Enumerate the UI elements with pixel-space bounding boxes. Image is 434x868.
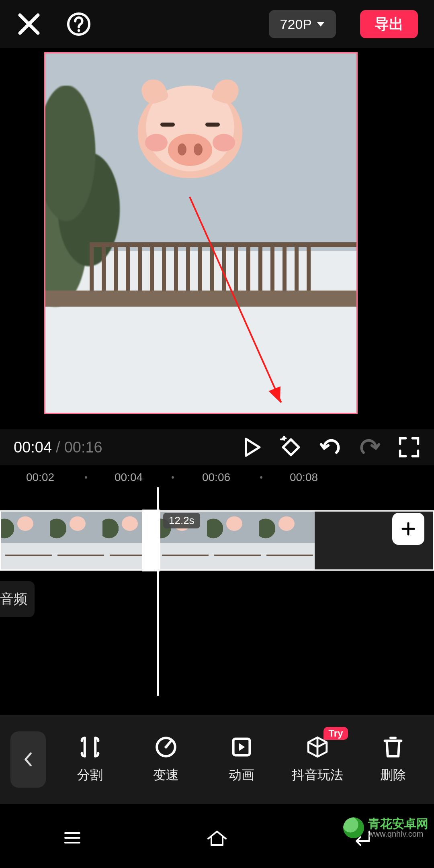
resolution-selector[interactable]: 720P [269,10,336,38]
play-button[interactable] [240,436,263,459]
watermark: 青花安卓网 www.qnhlv.com [343,817,428,839]
ruler-tick: 00:08 [280,471,328,484]
tool-animation[interactable]: 动画 [212,735,271,784]
edit-toolbar: 分割 变速 动画 Try 抖音玩法 删除 [0,715,434,804]
export-button[interactable]: 导出 [360,10,418,38]
time-separator: / [56,439,60,456]
nav-home-button[interactable] [205,826,229,850]
time-display: 00:04 / 00:16 [14,439,102,456]
audio-track-label[interactable]: 音频 [0,581,35,617]
ruler-dot [260,476,262,479]
plus-icon [400,521,416,537]
add-clip-button[interactable] [392,513,424,545]
tool-label: 变速 [153,766,179,784]
playhead[interactable] [157,487,159,696]
timeline[interactable]: 00:02 00:04 00:06 00:08 12.2s 音频 [0,465,434,626]
clip-thumbnail[interactable] [210,512,262,569]
help-button[interactable] [66,11,92,37]
split-icon [78,735,102,759]
keyframe-button[interactable] [280,436,302,459]
fullscreen-button[interactable] [398,436,420,459]
watermark-title: 青花安卓网 [368,817,428,830]
ruler-tick: 00:02 [16,471,64,484]
chevron-down-icon [317,22,325,27]
menu-icon [63,831,82,845]
tool-speed[interactable]: 变速 [136,735,196,784]
chevron-left-icon [23,752,34,767]
home-icon [206,829,228,847]
audio-track-text: 音频 [0,590,27,608]
current-time: 00:04 [14,439,52,456]
watermark-url: www.qnhlv.com [368,830,428,838]
timeline-ruler[interactable]: 00:02 00:04 00:06 00:08 [0,465,434,489]
ruler-tick: 00:06 [192,471,240,484]
trash-icon [381,735,405,759]
resolution-label: 720P [280,16,312,32]
toolbar-back-button[interactable] [10,731,46,788]
ruler-dot [85,476,87,479]
preview-fence [90,242,356,291]
help-icon [66,11,92,37]
clip-thumbnail[interactable] [262,512,315,569]
playback-bar: 00:04 / 00:16 [0,429,434,465]
video-track[interactable] [0,510,434,571]
speed-icon [154,735,178,759]
ruler-tick: 00:04 [104,471,153,484]
clip-thumbnail[interactable] [1,512,53,569]
nav-recent-button[interactable] [60,826,84,850]
clip-duration-badge: 12.2s [163,513,200,528]
export-label: 导出 [375,14,403,34]
clip-thumbnail[interactable] [53,512,106,569]
svg-point-1 [78,29,80,32]
tool-label: 删除 [380,766,406,784]
redo-icon [358,437,381,458]
try-badge: Try [323,727,348,740]
watermark-logo [343,817,364,838]
animation-icon [229,735,254,759]
fullscreen-icon [398,436,420,459]
play-icon [240,436,263,459]
tool-label: 抖音玩法 [292,766,343,784]
tool-split[interactable]: 分割 [60,735,120,784]
undo-icon [319,437,342,458]
tool-douyin-effects[interactable]: Try 抖音玩法 [288,735,347,784]
total-duration: 00:16 [64,439,102,456]
top-bar: 720P 导出 [0,0,434,48]
tool-delete[interactable]: 删除 [363,735,423,784]
close-icon [16,11,42,37]
video-preview[interactable] [44,52,358,414]
undo-button[interactable] [319,436,342,459]
ruler-dot [172,476,174,479]
tool-label: 动画 [229,766,254,784]
keyframe-add-icon [280,436,302,459]
close-button[interactable] [16,11,42,37]
tool-label: 分割 [77,766,103,784]
pig-sticker[interactable] [138,86,242,178]
redo-button[interactable] [358,436,381,459]
svg-point-5 [164,745,167,748]
